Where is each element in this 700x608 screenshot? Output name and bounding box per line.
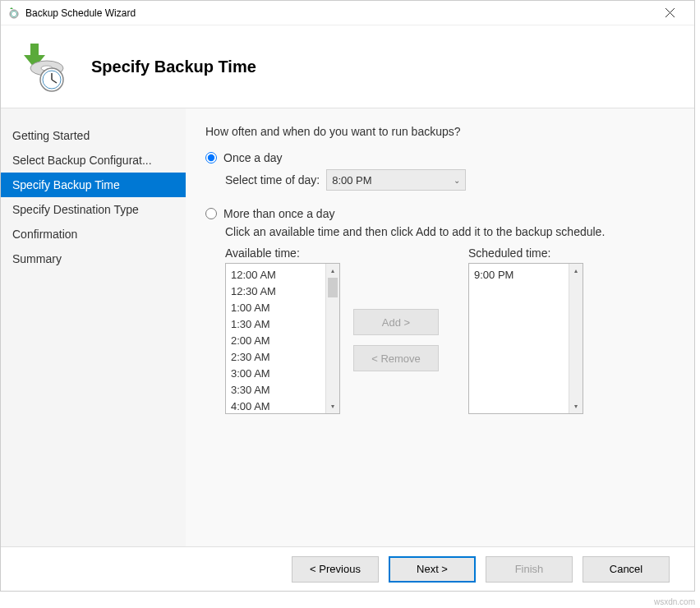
scroll-up-icon[interactable]: ▴: [569, 264, 583, 278]
scroll-thumb[interactable]: [328, 278, 338, 297]
scroll-track[interactable]: [569, 278, 583, 399]
remove-button[interactable]: < Remove: [353, 345, 439, 371]
radio-once-label: Once a day: [223, 151, 283, 164]
wizard-window: Backup Schedule Wizard Specify Backup Ti…: [0, 0, 695, 592]
list-item[interactable]: 4:00 AM: [231, 398, 320, 413]
list-item[interactable]: 12:00 AM: [231, 267, 320, 283]
sidebar-item-specify-time[interactable]: Specify Backup Time: [1, 173, 186, 197]
watermark: wsxdn.com: [654, 597, 695, 606]
sidebar-item-summary[interactable]: Summary: [1, 246, 186, 271]
scroll-up-icon[interactable]: ▴: [326, 264, 339, 278]
available-label: Available time:: [225, 246, 340, 260]
time-of-day-row: Select time of day: 8:00 PM ⌄: [225, 169, 675, 191]
sidebar-item-getting-started[interactable]: Getting Started: [1, 123, 186, 148]
previous-button[interactable]: < Previous: [292, 556, 379, 583]
wizard-footer: < Previous Next > Finish Cancel: [1, 547, 694, 591]
scheduled-listbox[interactable]: 9:00 PM ▴ ▾: [468, 263, 583, 414]
scheduled-list-content: 9:00 PM: [469, 264, 569, 413]
main-panel: How often and when do you want to run ba…: [186, 108, 694, 546]
close-button[interactable]: [652, 2, 688, 25]
radio-once-input[interactable]: [205, 152, 217, 164]
available-listbox[interactable]: 12:00 AM 12:30 AM 1:00 AM 1:30 AM 2:00 A…: [225, 263, 340, 414]
radio-once-a-day[interactable]: Once a day: [205, 151, 675, 164]
scheduled-label: Scheduled time:: [468, 246, 583, 260]
app-icon: [7, 7, 21, 20]
list-item[interactable]: 3:00 AM: [231, 366, 320, 382]
list-item[interactable]: 2:00 AM: [231, 333, 320, 349]
transfer-buttons: Add > < Remove: [340, 266, 452, 414]
titlebar: Backup Schedule Wizard: [1, 1, 694, 25]
scroll-down-icon[interactable]: ▾: [326, 399, 339, 413]
close-icon: [665, 8, 675, 17]
select-time-label: Select time of day:: [225, 173, 320, 187]
list-item[interactable]: 1:00 AM: [231, 300, 320, 316]
scheduled-column: Scheduled time: 9:00 PM ▴ ▾: [468, 246, 583, 414]
finish-button: Finish: [486, 556, 573, 583]
available-scrollbar[interactable]: ▴ ▾: [325, 264, 339, 413]
header-icon: [16, 40, 68, 93]
cancel-button[interactable]: Cancel: [583, 556, 670, 583]
list-item[interactable]: 1:30 AM: [231, 316, 320, 333]
wizard-header: Specify Backup Time: [1, 25, 694, 108]
time-of-day-select[interactable]: 8:00 PM ⌄: [326, 169, 466, 191]
radio-multi-input[interactable]: [205, 208, 217, 219]
multi-hint-text: Click an available time and then click A…: [225, 225, 675, 238]
prompt-text: How often and when do you want to run ba…: [205, 125, 675, 138]
add-button[interactable]: Add >: [353, 309, 439, 335]
chevron-down-icon: ⌄: [454, 176, 460, 185]
page-title: Specify Backup Time: [91, 58, 256, 76]
steps-sidebar: Getting Started Select Backup Configurat…: [1, 108, 186, 546]
window-title: Backup Schedule Wizard: [25, 7, 652, 19]
wizard-body: Getting Started Select Backup Configurat…: [1, 108, 694, 547]
radio-more-than-once[interactable]: More than once a day: [205, 207, 675, 220]
scroll-down-icon[interactable]: ▾: [569, 399, 583, 413]
list-item[interactable]: 3:30 AM: [231, 382, 320, 398]
list-item[interactable]: 2:30 AM: [231, 349, 320, 366]
available-list-content: 12:00 AM 12:30 AM 1:00 AM 1:30 AM 2:00 A…: [226, 264, 325, 413]
sidebar-item-destination-type[interactable]: Specify Destination Type: [1, 197, 186, 222]
selected-time-value: 8:00 PM: [332, 174, 371, 187]
available-column: Available time: 12:00 AM 12:30 AM 1:00 A…: [225, 246, 340, 414]
list-item[interactable]: 9:00 PM: [474, 267, 564, 283]
radio-multi-label: More than once a day: [223, 207, 334, 220]
dual-list-container: Available time: 12:00 AM 12:30 AM 1:00 A…: [225, 246, 675, 414]
sidebar-item-select-config[interactable]: Select Backup Configurat...: [1, 148, 186, 173]
list-item[interactable]: 12:30 AM: [231, 283, 320, 300]
sidebar-item-confirmation[interactable]: Confirmation: [1, 222, 186, 246]
scheduled-scrollbar[interactable]: ▴ ▾: [569, 264, 583, 413]
scroll-track[interactable]: [326, 278, 339, 399]
next-button[interactable]: Next >: [389, 556, 476, 583]
